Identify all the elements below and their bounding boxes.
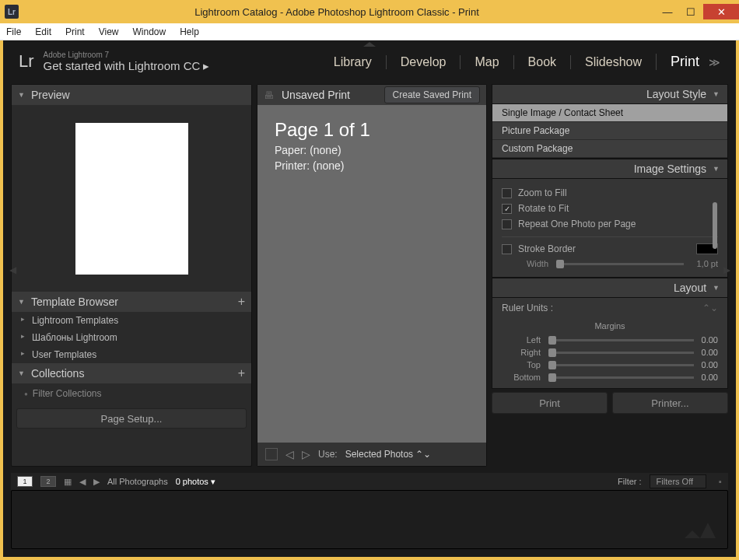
filmstrip-body[interactable]	[11, 490, 728, 549]
rotate-to-fit-checkbox[interactable]: ✓	[502, 204, 512, 214]
margin-left-label: Left	[502, 335, 541, 345]
preview-label: Preview	[31, 89, 70, 101]
menu-view[interactable]: View	[99, 26, 119, 37]
printer-button[interactable]: Printer...	[612, 392, 728, 414]
margin-right-slider[interactable]	[548, 352, 694, 354]
printer-label: Printer: (none)	[275, 159, 469, 172]
menu-file[interactable]: File	[6, 26, 21, 37]
layout-style-item[interactable]: Single Image / Contact Sheet	[492, 104, 727, 122]
source-label[interactable]: All Photographs	[107, 477, 168, 486]
close-button[interactable]: ✕	[703, 4, 739, 19]
repeat-one-label: Repeat One Photo per Page	[518, 219, 636, 229]
chevron-down-icon: ▼	[18, 91, 25, 99]
layout-label: Layout	[674, 282, 706, 294]
template-tree: Lightroom Templates Шаблоны Lightroom Us…	[12, 312, 251, 363]
collections-header[interactable]: ▼ Collections +	[12, 363, 251, 383]
margin-right-label: Right	[502, 348, 541, 357]
layout-style-label: Layout Style	[646, 88, 706, 100]
brand-subtitle: Adobe Lightroom 7	[44, 51, 210, 59]
layout-header[interactable]: Layout ▼	[492, 278, 728, 298]
ruler-units-selector[interactable]: ⌃⌄	[702, 303, 718, 313]
margin-bottom-value: 0.00	[702, 373, 718, 382]
module-develop[interactable]: Develop	[386, 55, 447, 69]
chevron-down-icon: ▼	[713, 165, 720, 173]
module-library[interactable]: Library	[334, 55, 372, 69]
printer-icon: 🖶	[264, 89, 274, 101]
menu-window[interactable]: Window	[133, 26, 166, 37]
margin-bottom-label: Bottom	[502, 373, 541, 382]
menu-edit[interactable]: Edit	[35, 26, 51, 37]
layout-style-item[interactable]: Picture Package	[492, 122, 727, 140]
margin-top-slider[interactable]	[548, 364, 694, 366]
image-settings-header[interactable]: Image Settings ▼	[492, 159, 728, 179]
next-page-icon[interactable]: ▷	[302, 448, 310, 460]
titlebar: Lr Lightroom Catalog - Adobe Photoshop L…	[0, 0, 739, 23]
print-button[interactable]: Print	[492, 392, 608, 414]
module-slideshow[interactable]: Slideshow	[570, 55, 642, 69]
stroke-width-value: 1,0 pt	[692, 259, 718, 268]
module-book[interactable]: Book	[513, 55, 556, 69]
module-map[interactable]: Map	[460, 55, 499, 69]
margin-top-label: Top	[502, 360, 541, 369]
module-print[interactable]: Print	[656, 54, 699, 70]
unsaved-print-label: Unsaved Print	[282, 89, 350, 101]
preview-page	[75, 123, 188, 275]
stroke-border-label: Stroke Border	[518, 243, 576, 254]
zoom-to-fill-checkbox[interactable]	[502, 188, 512, 198]
filter-selector[interactable]: Filters Off	[650, 474, 706, 488]
use-selector[interactable]: Selected Photos ⌃⌄	[345, 449, 432, 460]
layout-style-item[interactable]: Custom Package	[492, 140, 727, 158]
right-panel: Layout Style ▼ Single Image / Contact Sh…	[492, 84, 728, 467]
template-folder[interactable]: Шаблоны Lightroom	[12, 329, 251, 346]
grid-icon[interactable]: ▦	[64, 477, 72, 487]
add-collection-icon[interactable]: +	[238, 366, 245, 380]
filter-collections-input[interactable]: Filter Collections	[18, 385, 245, 402]
chevron-down-icon: ▼	[713, 284, 720, 292]
prev-page-icon[interactable]: ◁	[285, 448, 294, 460]
page-count-label: Page 1 of 1	[275, 119, 469, 141]
template-folder[interactable]: Lightroom Templates	[12, 312, 251, 329]
template-browser-label: Template Browser	[31, 296, 118, 308]
margin-left-slider[interactable]	[548, 339, 694, 341]
stroke-width-slider[interactable]	[556, 263, 684, 265]
add-template-icon[interactable]: +	[238, 295, 245, 309]
filter-lock-icon[interactable]: ▪	[719, 477, 722, 486]
margin-bottom-slider[interactable]	[548, 376, 694, 379]
template-folder[interactable]: User Templates	[12, 346, 251, 363]
right-scrollbar[interactable]	[713, 202, 717, 249]
repeat-one-checkbox[interactable]	[502, 219, 512, 229]
preview-panel-header[interactable]: ▼ Preview	[12, 85, 251, 105]
minimize-button[interactable]: —	[657, 4, 678, 19]
template-browser-header[interactable]: ▼ Template Browser +	[12, 292, 251, 312]
view-mode-2[interactable]: 2	[40, 476, 56, 487]
chevron-down-icon: ▼	[713, 90, 720, 98]
chevron-down-icon: ▼	[18, 298, 25, 306]
selection-checkbox[interactable]	[265, 448, 278, 460]
photo-count[interactable]: 0 photos ▾	[176, 477, 215, 487]
preview-body	[12, 105, 251, 292]
ruler-units-label: Ruler Units :	[502, 303, 553, 313]
stroke-width-label: Width	[517, 259, 548, 268]
brand-cta[interactable]: Get started with Lightroom CC ▸	[44, 59, 210, 73]
right-panel-toggle[interactable]: ▶	[723, 264, 730, 275]
create-saved-print-button[interactable]: Create Saved Print	[384, 86, 480, 103]
menu-print[interactable]: Print	[65, 26, 85, 37]
filter-label: Filter :	[618, 477, 642, 486]
layout-style-header[interactable]: Layout Style ▼	[492, 84, 728, 104]
use-label: Use:	[318, 449, 338, 460]
view-mode-1[interactable]: 1	[17, 476, 33, 487]
forward-icon[interactable]: ▶	[93, 477, 100, 487]
module-overflow-icon[interactable]: ≫	[709, 56, 720, 68]
chevron-down-icon: ▼	[18, 369, 25, 377]
paper-label: Paper: (none)	[275, 144, 469, 156]
back-icon[interactable]: ◀	[79, 477, 86, 487]
collections-label: Collections	[31, 367, 84, 380]
maximize-button[interactable]: ☐	[680, 4, 702, 19]
module-header: Lr Adobe Lightroom 7 Get started with Li…	[11, 45, 728, 84]
margin-left-value: 0.00	[702, 335, 718, 345]
left-panel-toggle[interactable]: ◀	[9, 264, 16, 275]
page-setup-button[interactable]: Page Setup...	[16, 408, 247, 429]
image-settings-label: Image Settings	[634, 163, 706, 175]
stroke-border-checkbox[interactable]	[502, 244, 512, 254]
menu-help[interactable]: Help	[180, 26, 199, 37]
